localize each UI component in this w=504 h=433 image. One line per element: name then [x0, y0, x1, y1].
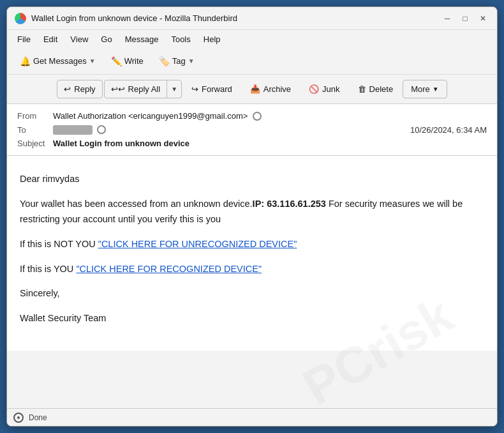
forward-icon: ↪	[191, 84, 198, 94]
more-dropdown-icon: ▼	[433, 86, 439, 93]
email-date: 10/26/2024, 6:34 AM	[410, 125, 487, 135]
main-window: Wallet Login from unknown device - Mozil…	[6, 6, 498, 427]
junk-icon: 🚫	[309, 84, 319, 94]
subject-row: Subject Wallet Login from unknown device	[17, 137, 487, 150]
close-button[interactable]: ✕	[477, 12, 489, 25]
body-paragraph-1: Your wallet has been accessed from an un…	[20, 196, 484, 227]
tag-button[interactable]: 🏷️ Tag ▼	[152, 54, 201, 69]
get-messages-dropdown-icon[interactable]: ▼	[89, 57, 96, 65]
reply-split-button: ↩ Reply	[57, 80, 102, 98]
signal-indicator	[13, 413, 24, 423]
reply-all-dropdown-button[interactable]: ▼	[167, 80, 181, 98]
minimize-button[interactable]: ─	[441, 12, 454, 25]
delete-button[interactable]: 🗑 Delete	[350, 80, 402, 98]
menu-file[interactable]: File	[12, 33, 36, 45]
from-value: Wallet Authorization <ericanguyen1999@gm…	[53, 111, 487, 121]
app-icon	[15, 13, 26, 24]
to-row: To 10/26/2024, 6:34 AM	[17, 123, 487, 137]
body-paragraph-3: If this is YOU "CLICK HERE FOR RECOGNIZE…	[20, 261, 484, 277]
menu-view[interactable]: View	[65, 33, 93, 45]
status-text: Done	[29, 413, 47, 422]
write-button[interactable]: ✏️ Write	[105, 54, 150, 69]
signal-dot-icon	[17, 416, 20, 419]
get-messages-icon: 🔔	[20, 56, 31, 66]
subject-label: Subject	[17, 139, 53, 148]
reply-icon: ↩	[64, 84, 71, 94]
from-row: From Wallet Authorization <ericanguyen19…	[17, 109, 487, 123]
forward-button[interactable]: ↪ Forward	[183, 80, 241, 98]
tag-icon: 🏷️	[159, 56, 170, 66]
from-security-icon	[253, 112, 262, 121]
signal-circle-icon	[13, 413, 24, 423]
maximize-button[interactable]: □	[459, 12, 471, 25]
status-bar: Done	[7, 408, 497, 426]
menu-go[interactable]: Go	[96, 33, 117, 45]
reply-all-icon: ↩↩	[111, 84, 125, 94]
unrecognized-device-link[interactable]: "CLICK HERE FOR UNRECOGNIZED DEVICE"	[98, 239, 297, 249]
recognized-device-link[interactable]: "CLICK HERE FOR RECOGNIZED DEVICE"	[76, 264, 262, 274]
from-label: From	[17, 111, 53, 121]
menu-message[interactable]: Message	[120, 33, 164, 45]
window-title: Wallet Login from unknown device - Mozil…	[31, 13, 441, 23]
main-toolbar: 🔔 Get Messages ▼ ✏️ Write 🏷️ Tag ▼	[7, 48, 497, 75]
subject-value: Wallet Login from unknown device	[53, 139, 487, 148]
to-security-icon	[97, 125, 106, 134]
to-label: To	[17, 125, 53, 135]
action-bar: ↩ Reply ↩↩ Reply All ▼ ↪ Forward 📥 Archi…	[7, 75, 497, 104]
menu-tools[interactable]: Tools	[166, 33, 195, 45]
tag-dropdown-icon[interactable]: ▼	[188, 57, 195, 65]
get-messages-button[interactable]: 🔔 Get Messages ▼	[13, 54, 102, 69]
greeting-paragraph: Dear rimvydas	[20, 171, 484, 187]
write-icon: ✏️	[111, 56, 122, 66]
signature-paragraph: Wallet Security Team	[20, 310, 484, 326]
email-body-wrapper: PCrisk Dear rimvydas Your wallet has bee…	[7, 156, 497, 408]
more-button[interactable]: More ▼	[403, 80, 447, 98]
archive-icon: 📥	[250, 84, 260, 94]
to-value	[53, 125, 410, 135]
reply-all-button[interactable]: ↩↩ Reply All	[105, 80, 167, 98]
archive-button[interactable]: 📥 Archive	[242, 80, 299, 98]
reply-button[interactable]: ↩ Reply	[57, 80, 101, 98]
menu-edit[interactable]: Edit	[38, 33, 63, 45]
junk-button[interactable]: 🚫 Junk	[300, 80, 348, 98]
menu-help[interactable]: Help	[198, 33, 226, 45]
email-body: Dear rimvydas Your wallet has been acces…	[7, 156, 497, 350]
window-controls: ─ □ ✕	[441, 12, 489, 25]
reply-all-split-button: ↩↩ Reply All ▼	[104, 80, 182, 98]
body-paragraph-2: If this is NOT YOU "CLICK HERE FOR UNREC…	[20, 236, 484, 252]
delete-icon: 🗑	[358, 84, 366, 94]
closing-paragraph: Sincerely,	[20, 285, 484, 301]
email-header: From Wallet Authorization <ericanguyen19…	[7, 104, 497, 156]
menu-bar: File Edit View Go Message Tools Help	[7, 30, 497, 48]
title-bar: Wallet Login from unknown device - Mozil…	[7, 7, 497, 30]
